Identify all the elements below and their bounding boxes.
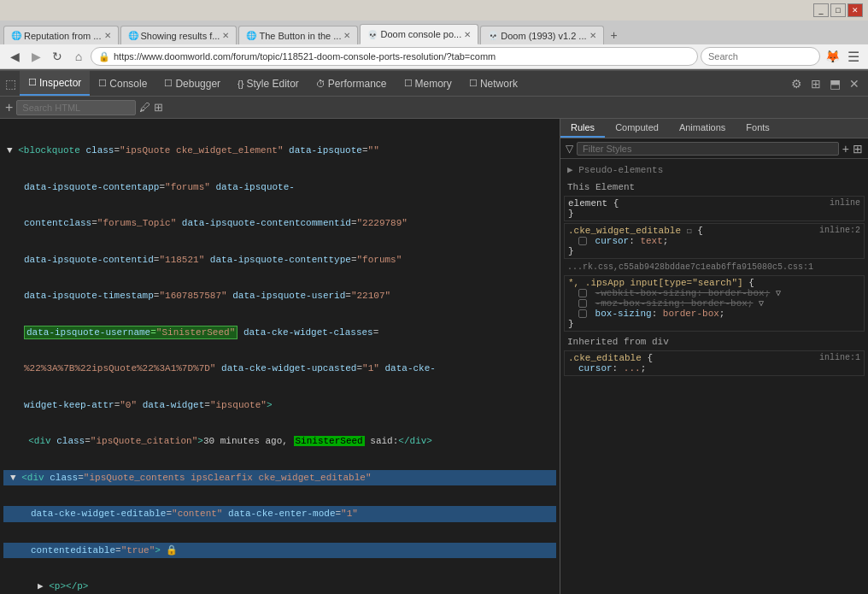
css-rule-element-selector: element { inline [568,198,860,209]
html-line-5: data-ipsquote-timestamp="1607857587" dat… [3,288,556,304]
tab-memory[interactable]: ☐ Memory [396,71,460,96]
html-line-7: %22%3A%7B%22ipsQuote%22%3A1%7D%7D" data-… [3,361,556,377]
css-rule-cke-editable2-selector: .cke_editable { inline:1 [568,353,860,363]
tab-2[interactable]: 🌐 Showing results f... ✕ [120,26,238,44]
devtools-tab-bar: ⬚ ☐ Inspector ☐ Console ☐ Debugger {} St… [0,71,868,97]
css-prop-box-sizing: box-sizing: border-box; [568,309,860,319]
tab-4-close[interactable]: ✕ [464,30,471,39]
devtools-pick-element[interactable]: ⬚ [2,75,20,92]
css-prop-webkit-box: -webkit-box-sizing: border-box; ▽ [568,288,860,298]
expand-all-button[interactable]: ⊞ [154,101,163,114]
tab-5-favicon: 💀 [488,31,498,40]
minimize-button[interactable]: _ [813,3,829,17]
title-bar: _ □ ✕ [0,0,868,21]
devtools-main: ▼ <blockquote class="ipsQuote cke_widget… [0,119,868,594]
css-rule-universal-selector: *, .ipsApp input[type="search"] { [568,278,860,288]
devtools-split-button[interactable]: ⊞ [807,75,824,92]
memory-icon: ☐ [404,78,413,89]
html-line-13: ▶ <p></p> [3,579,556,594]
tab-2-close[interactable]: ✕ [222,31,229,40]
html-line-3: contentclass="forums_Topic" data-ipsquot… [3,215,556,232]
tab-style-editor[interactable]: {} Style Editor [229,71,308,96]
inspector-icon: ☐ [28,77,37,88]
address-bar[interactable]: 🔒 https://www.doomworld.com/forum/topic/… [91,47,698,66]
network-icon: ☐ [469,78,478,89]
inspector-label: Inspector [39,77,81,89]
html-panel: ▼ <blockquote class="ipsQuote cke_widget… [0,119,560,594]
checkbox-cursor[interactable] [578,237,587,245]
tab-2-favicon: 🌐 [128,31,138,40]
devtools-actions: ⚙ ⊞ ⬒ ✕ [788,75,866,92]
html-line-2: data-ipsquote-contentapp="forums" data-i… [3,179,556,196]
close-button[interactable]: ✕ [847,3,863,17]
new-tab-button[interactable]: + [606,26,623,44]
tab-3-title: The Button in the ... [259,31,341,41]
css-rule-element: element { inline } [564,196,865,221]
css-prop-cursor: cursor: text; [568,236,860,246]
back-button[interactable]: ◀ [5,47,24,66]
tab-1-close[interactable]: ✕ [104,31,111,40]
tab-4-active[interactable]: 💀 Doom console po... ✕ [360,24,478,44]
browser-search-input[interactable] [701,47,820,66]
menu-button[interactable]: ☰ [844,47,863,66]
network-label: Network [480,78,518,90]
css-prop-moz-box: -moz-box-sizing: border-box; ▽ [568,298,860,309]
refresh-button[interactable]: ↻ [48,47,67,66]
more-styles-button[interactable]: ⊞ [853,142,863,156]
tab-console[interactable]: ☐ Console [90,71,155,96]
css-panel: Rules Computed Animations Fonts ▽ + ⊞ [560,119,868,594]
filter-styles-input[interactable] [577,142,839,156]
css-prop-cursor2: cursor: ...; [568,363,860,373]
html-line-8: widget-keep-attr="0" data-widget="ipsquo… [3,397,556,414]
maximize-button[interactable]: □ [830,3,846,17]
address-url: https://www.doomworld.com/forum/topic/11… [114,51,690,62]
pick-color-button[interactable]: 🖊 [139,101,150,114]
nav-bar: ◀ ▶ ↻ ⌂ 🔒 https://www.doomworld.com/foru… [0,44,868,69]
checkbox-box-sizing[interactable] [578,309,587,318]
devtools-settings-button[interactable]: ⚙ [788,75,806,92]
inspector-add-button[interactable]: + [5,101,13,115]
tab-performance[interactable]: ⏱ Performance [308,71,396,96]
css-rule-cke-editable2: .cke_editable { inline:1 cursor: ...; [564,350,865,376]
devtools: ⬚ ☐ Inspector ☐ Console ☐ Debugger {} St… [0,69,868,594]
css-tab-fonts[interactable]: Fonts [736,119,780,138]
css-tab-animations[interactable]: Animations [669,119,736,138]
firefox-logo[interactable]: 🦊 [823,47,842,66]
console-label: Console [109,78,147,90]
tab-5-close[interactable]: ✕ [589,31,596,40]
css-tab-computed[interactable]: Computed [605,119,669,138]
add-style-button[interactable]: + [842,142,849,156]
tab-4-favicon: 💀 [367,30,378,39]
checkbox-webkit[interactable] [578,289,587,297]
css-rule-element-close: } [568,209,860,219]
performance-label: Performance [328,78,387,90]
css-rule-universal-close: } [568,319,860,329]
tab-5[interactable]: 💀 Doom (1993) v1.2 ... ✕ [480,26,603,44]
debugger-label: Debugger [175,78,220,90]
tab-1[interactable]: 🌐 Reputation from ... ✕ [3,26,119,44]
devtools-close-button[interactable]: ✕ [846,75,863,92]
pseudo-elements-section[interactable]: ▶ Pseudo-elements [564,162,865,177]
html-line-10[interactable]: ▼ <div class="ipsQuote_contents ipsClear… [3,470,556,486]
css-tab-rules[interactable]: Rules [560,119,605,138]
devtools-dock-button[interactable]: ⬒ [826,75,844,92]
search-html-input[interactable] [16,100,136,115]
html-line-6: data-ipsquote-username="SinisterSeed" da… [3,325,556,341]
pseudo-elements-label: Pseudo-elements [578,165,663,175]
tab-inspector[interactable]: ☐ Inspector [20,71,90,96]
this-element-header: This Element [564,180,865,194]
home-button[interactable]: ⌂ [69,47,88,66]
css-tabs: Rules Computed Animations Fonts [560,119,868,138]
tab-3-close[interactable]: ✕ [343,31,350,40]
forward-button[interactable]: ▶ [26,47,45,66]
tab-network[interactable]: ☐ Network [460,71,526,96]
tab-3-favicon: 🌐 [246,31,256,40]
css-rules: ▶ Pseudo-elements This Element element {… [560,159,868,594]
tab-3[interactable]: 🌐 The Button in the ... ✕ [238,26,358,44]
checkbox-moz[interactable] [578,299,587,308]
tab-2-title: Showing results f... [141,31,220,41]
html-line-4: data-ipsquote-contentid="118521" data-ip… [3,252,556,268]
css-rule-cke-editable: .cke_widget_editable ☐ { inline:2 cursor… [564,223,865,259]
inherited-header: Inherited from div [564,335,865,349]
tab-debugger[interactable]: ☐ Debugger [155,71,229,96]
